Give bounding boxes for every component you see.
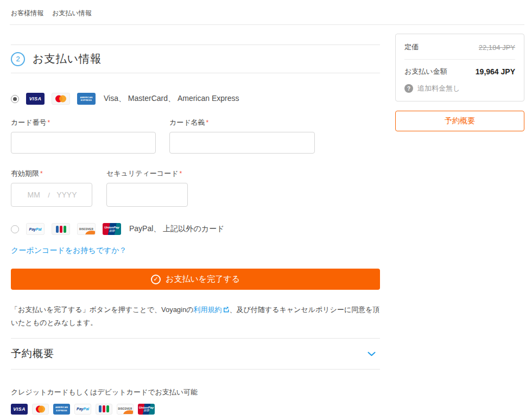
step-heading: 2 お支払い情報	[11, 45, 380, 73]
mastercard-icon	[52, 93, 70, 105]
terms-text: 「お支払いを完了する」ボタンを押すことで、Voyaginの利用規約、及び付随する…	[11, 304, 380, 329]
security-code-fieldset: セキュリティーコード*	[106, 169, 188, 207]
coupon-code-link[interactable]: クーポンコードをお持ちですか？	[11, 246, 127, 256]
expiry-separator: /	[48, 191, 50, 199]
payment-form-column: 2 お支払い情報 VISAAMERICAN EXPRESS Visa、 Mast…	[11, 25, 380, 420]
payment-amount-row: お支払い金額 19,964 JPY	[404, 67, 515, 77]
payment-amount-label: お支払い金額	[404, 67, 447, 77]
other-option-label: PayPal、 上記以外のカード	[129, 224, 224, 234]
booking-summary-button[interactable]: 予約概要	[395, 111, 524, 131]
visa-icon: VISA	[11, 404, 28, 415]
card-name-fieldset: カード名義*	[169, 118, 315, 154]
help-icon[interactable]: ?	[404, 84, 413, 93]
expiry-month-input[interactable]	[22, 190, 46, 199]
card-name-label: カード名義*	[169, 118, 315, 128]
booking-summary-title: 予約概要	[11, 347, 54, 361]
expiry-label: 有効期限*	[11, 169, 92, 179]
payment-amount-value: 19,964 JPY	[476, 67, 515, 76]
jcb-icon	[52, 223, 70, 235]
complete-payment-label: お支払いを完了する	[166, 274, 240, 284]
unionpay-icon: UnionPay銀聯	[138, 404, 155, 415]
no-extra-fee-label: 追加料金無し	[417, 84, 460, 93]
checkout-page: お客様情報 お支払い情報 2 お支払い情報 VISAAMERICAN EXPRE…	[0, 0, 532, 420]
external-link-icon	[223, 304, 229, 317]
terms-link[interactable]: 利用規約	[194, 306, 222, 314]
page-title: お支払い情報	[33, 52, 102, 66]
other-payment-option: PayPalDISCOVERUnionPay銀聯 PayPal、 上記以外のカー…	[11, 223, 380, 235]
card-number-label: カード番号*	[11, 118, 156, 128]
card-payment-option: VISAAMERICAN EXPRESS Visa、 MasterCard、 A…	[11, 93, 380, 105]
paypal-icon: PayPal	[26, 223, 45, 235]
chevron-down-icon[interactable]	[368, 349, 376, 359]
amex-icon: AMERICAN EXPRESS	[53, 404, 70, 415]
discover-icon: DISCOVER	[77, 223, 96, 235]
required-asterisk: *	[179, 170, 182, 177]
divider	[404, 59, 515, 60]
card-name-input[interactable]	[169, 132, 315, 154]
list-price-label: 定価	[404, 42, 419, 52]
discover-icon: DISCOVER	[117, 404, 134, 415]
unionpay-icon: UnionPay銀聯	[103, 223, 121, 235]
card-number-fieldset: カード番号*	[11, 118, 156, 154]
check-icon: ✓	[151, 275, 161, 284]
security-code-input[interactable]	[106, 183, 188, 207]
required-asterisk: *	[48, 119, 50, 126]
no-extra-fee-row: ? 追加料金無し	[404, 84, 515, 93]
required-asterisk: *	[206, 119, 209, 126]
accepted-cards-icons: VISAAMERICAN EXPRESSPayPalDISCOVERUnionP…	[11, 404, 380, 415]
step-number-badge: 2	[11, 52, 25, 66]
expiry-fieldset: 有効期限* /	[11, 169, 92, 207]
price-summary-card: 定価 22,184 JPY お支払い金額 19,964 JPY ? 追加料金無し	[395, 34, 524, 101]
breadcrumb-customer-info[interactable]: お客様情報	[11, 9, 43, 18]
expiry-year-input[interactable]	[52, 190, 81, 199]
list-price-row: 定価 22,184 JPY	[404, 42, 515, 52]
booking-summary-accordion[interactable]: 予約概要	[11, 339, 380, 369]
divider	[11, 73, 380, 73]
card-option-label: Visa、 MasterCard、 American Express	[104, 94, 239, 104]
breadcrumb-payment-info[interactable]: お支払い情報	[52, 9, 92, 18]
expiry-input-group: /	[11, 183, 92, 207]
list-price-value: 22,184 JPY	[479, 43, 515, 52]
complete-payment-button[interactable]: ✓ お支払いを完了する	[11, 269, 380, 290]
breadcrumb: お客様情報 お支払い情報	[0, 0, 532, 24]
required-asterisk: *	[40, 170, 43, 177]
visa-icon: VISA	[26, 93, 45, 105]
order-summary-column: 定価 22,184 JPY お支払い金額 19,964 JPY ? 追加料金無し…	[395, 34, 524, 131]
card-option-icons: VISAAMERICAN EXPRESS	[26, 93, 96, 105]
divider	[11, 369, 380, 370]
amex-icon: AMERICAN EXPRESS	[77, 93, 96, 105]
mastercard-icon	[32, 404, 49, 415]
card-number-input[interactable]	[11, 132, 156, 154]
card-option-radio[interactable]	[11, 95, 19, 103]
other-option-radio[interactable]	[11, 225, 19, 233]
accepted-cards-title: クレジットカードもしくはデビットカードでお支払い可能	[11, 387, 380, 397]
paypal-icon: PayPal	[74, 404, 91, 415]
jcb-icon	[96, 404, 112, 415]
other-option-icons: PayPalDISCOVERUnionPay銀聯	[26, 223, 121, 235]
security-code-label: セキュリティーコード*	[106, 169, 188, 179]
